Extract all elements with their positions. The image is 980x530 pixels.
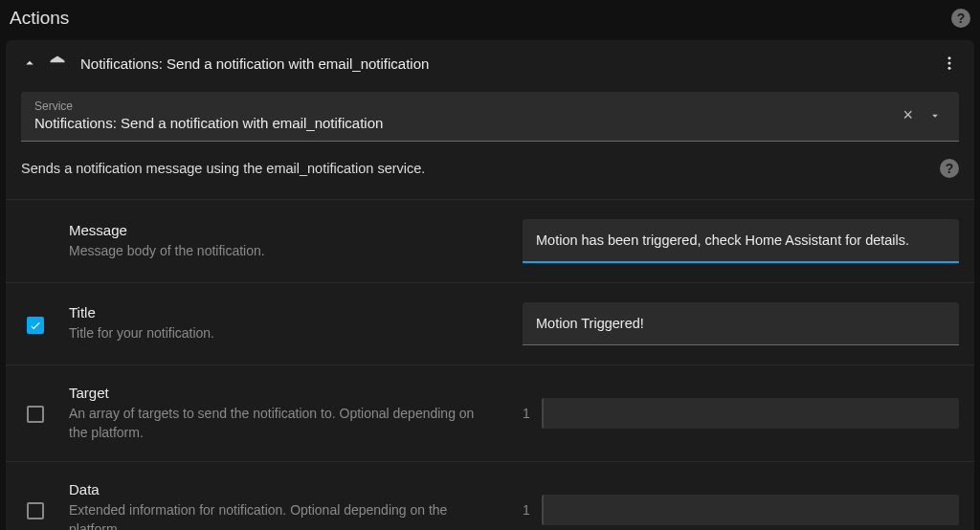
field-row-data: Data Extended information for notificati…: [6, 462, 974, 530]
target-input[interactable]: 1: [523, 398, 959, 429]
service-select[interactable]: Service Notifications: Send a notificati…: [21, 92, 959, 142]
service-label: Service: [34, 99, 895, 113]
data-checkbox[interactable]: [27, 502, 44, 519]
svg-point-1: [948, 62, 951, 65]
title-input[interactable]: [523, 302, 959, 345]
help-icon[interactable]: ?: [951, 9, 970, 28]
section-title: Actions: [10, 8, 69, 29]
title-checkbox[interactable]: [27, 317, 44, 334]
svg-point-2: [948, 67, 951, 70]
section-header: Actions ?: [4, 6, 976, 40]
target-checkbox[interactable]: [27, 406, 44, 423]
field-description: Title for your notification.: [69, 324, 480, 343]
clear-icon[interactable]: ×: [895, 101, 921, 129]
dropdown-icon[interactable]: [921, 105, 946, 126]
svg-point-0: [948, 56, 951, 59]
field-title: Title: [69, 304, 480, 320]
data-list-box[interactable]: [542, 495, 959, 525]
field-title: Data: [69, 481, 480, 497]
message-input[interactable]: [523, 219, 959, 263]
chevron-up-icon[interactable]: [21, 55, 38, 72]
target-list-box[interactable]: [542, 398, 959, 429]
data-input[interactable]: 1: [523, 495, 959, 525]
card-header: Notifications: Send a notification with …: [6, 40, 974, 86]
service-description-row: Sends a notification message using the e…: [6, 142, 974, 199]
field-row-title: Title Title for your notification.: [6, 283, 974, 365]
service-value: Notifications: Send a notification with …: [34, 115, 895, 131]
field-description: Extended information for notification. O…: [69, 501, 480, 530]
card-title: Notifications: Send a notification with …: [80, 55, 940, 72]
help-icon[interactable]: ?: [940, 159, 959, 178]
line-number: 1: [523, 398, 532, 429]
overflow-menu-icon[interactable]: [940, 54, 959, 73]
notification-icon: [48, 55, 67, 72]
field-row-message: Message Message body of the notification…: [6, 200, 974, 283]
line-number: 1: [523, 495, 532, 525]
field-title: Message: [69, 222, 480, 238]
service-description: Sends a notification message using the e…: [21, 161, 940, 176]
field-description: An array of targets to send the notifica…: [69, 405, 480, 442]
field-title: Target: [69, 385, 480, 401]
action-card: Notifications: Send a notification with …: [6, 40, 974, 530]
field-description: Message body of the notification.: [69, 242, 480, 261]
field-row-target: Target An array of targets to send the n…: [6, 365, 974, 462]
